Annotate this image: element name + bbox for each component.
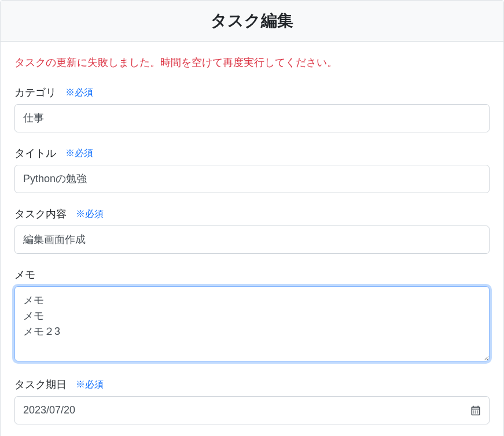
memo-group: メモ	[14, 268, 490, 364]
required-badge: ※必須	[76, 379, 104, 391]
content-label: タスク内容	[14, 207, 67, 221]
form-content: タスクの更新に失敗しました。時間を空けて再度実行してください。 カテゴリ ※必須…	[1, 42, 503, 436]
form-header: タスク編集	[1, 1, 503, 42]
title-input[interactable]	[14, 165, 490, 193]
memo-textarea[interactable]	[14, 286, 490, 361]
due-date-label: タスク期日	[14, 378, 67, 391]
date-input-wrapper	[14, 396, 490, 424]
due-date-label-row: タスク期日 ※必須	[14, 378, 490, 391]
page-title: タスク編集	[10, 10, 494, 32]
title-label: タイトル	[14, 146, 56, 160]
required-badge: ※必須	[65, 147, 93, 160]
task-edit-form: タスク編集 タスクの更新に失敗しました。時間を空けて再度実行してください。 カテ…	[0, 0, 504, 436]
error-message: タスクの更新に失敗しました。時間を空けて再度実行してください。	[14, 56, 490, 69]
category-group: カテゴリ ※必須	[14, 86, 490, 132]
category-label: カテゴリ	[14, 86, 56, 99]
memo-label: メモ	[14, 268, 35, 282]
title-group: タイトル ※必須	[14, 146, 490, 193]
category-label-row: カテゴリ ※必須	[14, 86, 490, 99]
content-group: タスク内容 ※必須	[14, 207, 490, 254]
category-input[interactable]	[14, 104, 490, 132]
due-date-input[interactable]	[14, 396, 490, 424]
required-badge: ※必須	[65, 87, 93, 99]
content-label-row: タスク内容 ※必須	[14, 207, 490, 221]
memo-label-row: メモ	[14, 268, 490, 282]
title-label-row: タイトル ※必須	[14, 146, 490, 160]
required-badge: ※必須	[76, 208, 104, 220]
due-date-group: タスク期日 ※必須	[14, 378, 490, 424]
content-input[interactable]	[14, 226, 490, 254]
